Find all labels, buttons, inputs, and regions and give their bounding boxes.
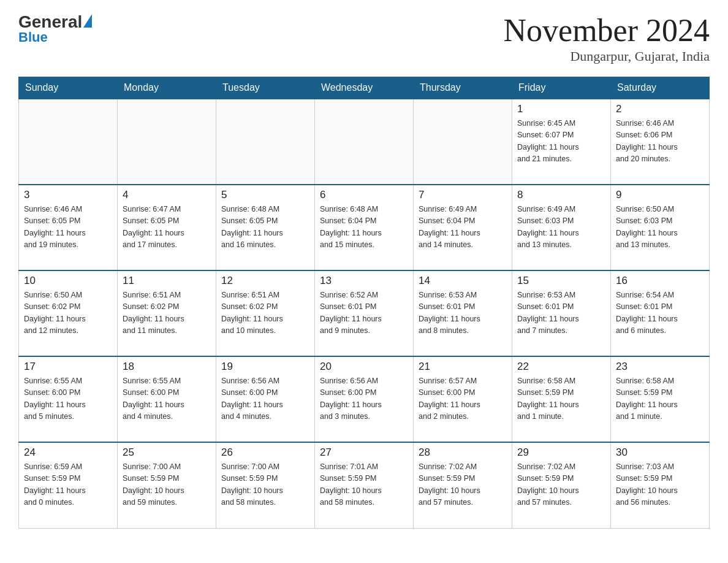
- day-number: 12: [221, 275, 309, 287]
- day-info: Sunrise: 6:51 AM Sunset: 6:02 PM Dayligh…: [221, 289, 309, 337]
- calendar-cell: [216, 99, 315, 185]
- calendar-cell: 1Sunrise: 6:45 AM Sunset: 6:07 PM Daylig…: [512, 99, 611, 185]
- calendar-cell: 13Sunrise: 6:52 AM Sunset: 6:01 PM Dayli…: [315, 270, 414, 356]
- calendar-cell: 22Sunrise: 6:58 AM Sunset: 5:59 PM Dayli…: [512, 356, 611, 442]
- calendar-cell: [19, 99, 118, 185]
- day-info: Sunrise: 7:03 AM Sunset: 5:59 PM Dayligh…: [616, 461, 704, 509]
- day-info: Sunrise: 6:46 AM Sunset: 6:06 PM Dayligh…: [616, 118, 704, 166]
- day-number: 21: [419, 361, 507, 373]
- day-number: 14: [419, 275, 507, 287]
- day-number: 24: [24, 446, 112, 459]
- day-info: Sunrise: 6:56 AM Sunset: 6:00 PM Dayligh…: [221, 375, 309, 423]
- calendar-cell: 14Sunrise: 6:53 AM Sunset: 6:01 PM Dayli…: [414, 270, 512, 356]
- calendar-table: SundayMondayTuesdayWednesdayThursdayFrid…: [18, 77, 710, 529]
- day-number: 3: [24, 189, 112, 201]
- title-section: November 2024 Dungarpur, Gujarat, India: [504, 12, 710, 64]
- day-number: 15: [517, 275, 605, 287]
- day-info: Sunrise: 6:52 AM Sunset: 6:01 PM Dayligh…: [320, 289, 408, 337]
- calendar-cell: 19Sunrise: 6:56 AM Sunset: 6:00 PM Dayli…: [216, 356, 315, 442]
- calendar-cell: [118, 99, 216, 185]
- day-number: 13: [320, 275, 408, 287]
- calendar-cell: 28Sunrise: 7:02 AM Sunset: 5:59 PM Dayli…: [414, 442, 512, 528]
- calendar-cell: 10Sunrise: 6:50 AM Sunset: 6:02 PM Dayli…: [19, 270, 118, 356]
- day-number: 1: [517, 103, 605, 115]
- weekday-header-monday: Monday: [118, 77, 216, 99]
- day-number: 6: [320, 189, 408, 201]
- calendar-cell: [414, 99, 512, 185]
- day-number: 10: [24, 275, 112, 287]
- calendar-week-row: 24Sunrise: 6:59 AM Sunset: 5:59 PM Dayli…: [19, 442, 710, 528]
- calendar-week-row: 17Sunrise: 6:55 AM Sunset: 6:00 PM Dayli…: [19, 356, 710, 442]
- calendar-cell: 2Sunrise: 6:46 AM Sunset: 6:06 PM Daylig…: [611, 99, 710, 185]
- day-info: Sunrise: 6:57 AM Sunset: 6:00 PM Dayligh…: [419, 375, 507, 423]
- calendar-cell: 5Sunrise: 6:48 AM Sunset: 6:05 PM Daylig…: [216, 185, 315, 270]
- weekday-header-tuesday: Tuesday: [216, 77, 315, 99]
- day-info: Sunrise: 6:55 AM Sunset: 6:00 PM Dayligh…: [123, 375, 211, 423]
- day-number: 28: [419, 446, 507, 459]
- calendar-cell: 15Sunrise: 6:53 AM Sunset: 6:01 PM Dayli…: [512, 270, 611, 356]
- calendar-cell: 18Sunrise: 6:55 AM Sunset: 6:00 PM Dayli…: [118, 356, 216, 442]
- day-info: Sunrise: 6:50 AM Sunset: 6:03 PM Dayligh…: [616, 204, 704, 251]
- day-number: 26: [221, 446, 309, 459]
- day-info: Sunrise: 6:49 AM Sunset: 6:03 PM Dayligh…: [517, 204, 605, 251]
- day-number: 8: [517, 189, 605, 201]
- location-text: Dungarpur, Gujarat, India: [504, 48, 710, 64]
- day-info: Sunrise: 6:53 AM Sunset: 6:01 PM Dayligh…: [517, 289, 605, 337]
- day-info: Sunrise: 6:55 AM Sunset: 6:00 PM Dayligh…: [24, 375, 112, 423]
- calendar-cell: 27Sunrise: 7:01 AM Sunset: 5:59 PM Dayli…: [315, 442, 414, 528]
- calendar-cell: 3Sunrise: 6:46 AM Sunset: 6:05 PM Daylig…: [19, 185, 118, 270]
- calendar-cell: 8Sunrise: 6:49 AM Sunset: 6:03 PM Daylig…: [512, 185, 611, 270]
- day-info: Sunrise: 7:00 AM Sunset: 5:59 PM Dayligh…: [123, 461, 211, 509]
- day-info: Sunrise: 6:58 AM Sunset: 5:59 PM Dayligh…: [616, 375, 704, 423]
- calendar-cell: 9Sunrise: 6:50 AM Sunset: 6:03 PM Daylig…: [611, 185, 710, 270]
- calendar-header-row: SundayMondayTuesdayWednesdayThursdayFrid…: [19, 77, 710, 99]
- calendar-cell: 6Sunrise: 6:48 AM Sunset: 6:04 PM Daylig…: [315, 185, 414, 270]
- day-number: 22: [517, 361, 605, 373]
- day-info: Sunrise: 6:50 AM Sunset: 6:02 PM Dayligh…: [24, 289, 112, 337]
- day-number: 20: [320, 361, 408, 373]
- day-number: 30: [616, 446, 704, 459]
- day-info: Sunrise: 6:58 AM Sunset: 5:59 PM Dayligh…: [517, 375, 605, 423]
- logo: General Blue: [18, 12, 92, 45]
- day-info: Sunrise: 6:48 AM Sunset: 6:05 PM Dayligh…: [221, 204, 309, 251]
- day-info: Sunrise: 6:46 AM Sunset: 6:05 PM Dayligh…: [24, 204, 112, 251]
- day-info: Sunrise: 6:47 AM Sunset: 6:05 PM Dayligh…: [123, 204, 211, 251]
- calendar-week-row: 10Sunrise: 6:50 AM Sunset: 6:02 PM Dayli…: [19, 270, 710, 356]
- day-number: 2: [616, 103, 704, 115]
- calendar-cell: 29Sunrise: 7:02 AM Sunset: 5:59 PM Dayli…: [512, 442, 611, 528]
- day-info: Sunrise: 6:56 AM Sunset: 6:00 PM Dayligh…: [320, 375, 408, 423]
- calendar-cell: 25Sunrise: 7:00 AM Sunset: 5:59 PM Dayli…: [118, 442, 216, 528]
- logo-triangle-icon: [83, 14, 92, 28]
- day-number: 7: [419, 189, 507, 201]
- weekday-header-wednesday: Wednesday: [315, 77, 414, 99]
- day-number: 25: [123, 446, 211, 459]
- day-number: 19: [221, 361, 309, 373]
- calendar-cell: 24Sunrise: 6:59 AM Sunset: 5:59 PM Dayli…: [19, 442, 118, 528]
- calendar-cell: 30Sunrise: 7:03 AM Sunset: 5:59 PM Dayli…: [611, 442, 710, 528]
- weekday-header-sunday: Sunday: [19, 77, 118, 99]
- page-header: General Blue November 2024 Dungarpur, Gu…: [18, 12, 710, 64]
- day-info: Sunrise: 7:01 AM Sunset: 5:59 PM Dayligh…: [320, 461, 408, 509]
- day-number: 27: [320, 446, 408, 459]
- day-number: 11: [123, 275, 211, 287]
- day-number: 5: [221, 189, 309, 201]
- day-info: Sunrise: 6:59 AM Sunset: 5:59 PM Dayligh…: [24, 461, 112, 509]
- day-number: 4: [123, 189, 211, 201]
- weekday-header-thursday: Thursday: [414, 77, 512, 99]
- calendar-cell: 16Sunrise: 6:54 AM Sunset: 6:01 PM Dayli…: [611, 270, 710, 356]
- day-number: 29: [517, 446, 605, 459]
- calendar-cell: 7Sunrise: 6:49 AM Sunset: 6:04 PM Daylig…: [414, 185, 512, 270]
- weekday-header-saturday: Saturday: [611, 77, 710, 99]
- day-info: Sunrise: 7:02 AM Sunset: 5:59 PM Dayligh…: [419, 461, 507, 509]
- calendar-cell: 23Sunrise: 6:58 AM Sunset: 5:59 PM Dayli…: [611, 356, 710, 442]
- day-info: Sunrise: 6:53 AM Sunset: 6:01 PM Dayligh…: [419, 289, 507, 337]
- day-info: Sunrise: 6:54 AM Sunset: 6:01 PM Dayligh…: [616, 289, 704, 337]
- calendar-cell: 11Sunrise: 6:51 AM Sunset: 6:02 PM Dayli…: [118, 270, 216, 356]
- day-info: Sunrise: 7:02 AM Sunset: 5:59 PM Dayligh…: [517, 461, 605, 509]
- calendar-cell: 4Sunrise: 6:47 AM Sunset: 6:05 PM Daylig…: [118, 185, 216, 270]
- calendar-week-row: 3Sunrise: 6:46 AM Sunset: 6:05 PM Daylig…: [19, 185, 710, 270]
- calendar-cell: 26Sunrise: 7:00 AM Sunset: 5:59 PM Dayli…: [216, 442, 315, 528]
- weekday-header-friday: Friday: [512, 77, 611, 99]
- day-number: 9: [616, 189, 704, 201]
- day-number: 18: [123, 361, 211, 373]
